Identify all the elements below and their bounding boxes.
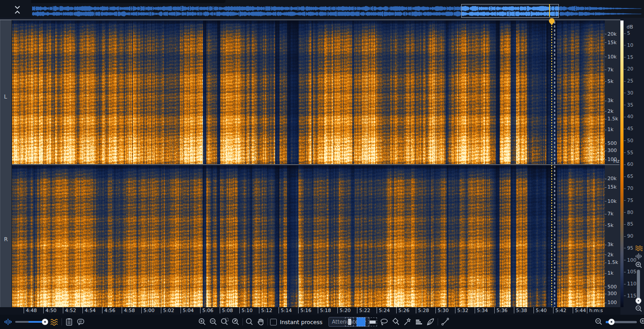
instant-process-label[interactable]: Instant process — [280, 319, 323, 325]
channel-label-right: R — [4, 236, 8, 243]
time-tick-label: 5:18 — [318, 307, 331, 313]
zoom-in-icon[interactable] — [198, 317, 207, 326]
waveform-spectrogram-blend-slider[interactable] — [15, 319, 47, 325]
chevron-up-icon[interactable] — [14, 10, 21, 14]
spectrogram-view-icon[interactable] — [635, 245, 643, 252]
freq-tick-label: 300 — [605, 291, 620, 296]
db-tick-label: 45 — [624, 126, 633, 132]
time-frequency-selection-tool[interactable] — [357, 317, 365, 326]
hand-grab-tool-icon[interactable] — [256, 317, 265, 326]
pane-border — [0, 20, 620, 20]
chevron-down-icon[interactable] — [14, 5, 21, 10]
time-tick-label: 4:56 — [102, 307, 115, 313]
time-tick-label: 5:22 — [357, 307, 370, 313]
history-list-icon[interactable] — [65, 317, 74, 326]
time-tick-label: 5:08 — [220, 307, 233, 313]
freq-tick-label: 10k — [605, 54, 620, 60]
instant-process-checkbox[interactable] — [270, 319, 277, 325]
db-tick-label: 95 — [624, 245, 633, 251]
vertical-zoom-out-icon[interactable] — [635, 304, 643, 312]
waveform-blend-icon — [4, 317, 12, 326]
db-tick-label: 25 — [624, 78, 633, 84]
db-unit-label: dB — [627, 24, 633, 30]
playhead-marker-icon[interactable] — [548, 18, 555, 26]
freq-tick-label: 15k — [605, 40, 620, 45]
spectrogram-right-channel[interactable] — [12, 165, 605, 307]
spectrogram-blend-icon — [50, 317, 59, 326]
amplitude-colorbar — [620, 21, 623, 307]
freq-tick-label: 10k — [605, 198, 620, 204]
spectrogram-left-channel[interactable] — [12, 21, 605, 164]
time-tick-label: 5:20 — [337, 307, 351, 313]
brush-tool-icon[interactable] — [391, 317, 400, 326]
vertical-zoom-in-icon[interactable] — [635, 261, 643, 268]
zoom-tool-icon[interactable] — [245, 317, 254, 326]
zoom-fit-icon[interactable] — [231, 317, 240, 326]
playhead-line — [551, 21, 552, 307]
separator — [267, 318, 268, 325]
time-tick-label: 5:36 — [494, 307, 508, 313]
time-selection-tool[interactable] — [345, 317, 354, 326]
horizontal-zoom-out-icon[interactable] — [595, 317, 603, 326]
lasso-tool-icon[interactable] — [380, 317, 389, 326]
zoom-out-icon[interactable] — [209, 317, 218, 326]
db-tick-label: 75 — [624, 197, 633, 203]
horizontal-zoom-slider[interactable] — [606, 319, 637, 325]
freq-tick-label: 1.5k — [605, 259, 620, 265]
overview-visible-region-box[interactable] — [461, 4, 559, 18]
curve-node-tool-icon[interactable] — [441, 317, 450, 326]
time-tick-label: 5:30 — [435, 307, 449, 313]
db-tick-label: 85 — [624, 221, 633, 227]
db-tick-label: 70 — [624, 185, 633, 191]
time-tick-label: 5:10 — [239, 307, 253, 313]
zoom-to-selection-icon[interactable] — [220, 317, 229, 326]
freq-tick-label: 300 — [605, 148, 620, 153]
comments-icon[interactable] — [76, 317, 85, 326]
freq-tick-label: 1k — [605, 270, 620, 276]
time-tick-label: 5:34 — [475, 307, 488, 313]
spectrogram-pane: L R 20k15k10k7k5k3k2k1.5k1k500300100 20k… — [0, 18, 644, 315]
freq-tick-label: 15k — [605, 184, 620, 190]
db-tick-label: 90 — [624, 233, 633, 239]
time-tick-label: 4:58 — [122, 307, 135, 313]
separator — [242, 318, 243, 325]
time-tick-label: 5:44 — [573, 307, 586, 313]
time-axis: h:m:s 4:484:504:524:544:564:585:005:025:… — [0, 307, 620, 315]
time-tick-label: 5:06 — [200, 307, 213, 313]
overview-strip[interactable] — [0, 0, 644, 18]
freq-tick-label: 500 — [605, 284, 620, 290]
time-tick-label: 5:28 — [416, 307, 429, 313]
right-zoom-controls — [634, 18, 644, 315]
freq-tick-label: 100 — [605, 300, 620, 305]
blend-slider-knob[interactable] — [42, 319, 48, 325]
frequency-selection-tool[interactable] — [368, 317, 377, 326]
time-tick-label: 5:26 — [396, 307, 410, 313]
freq-tick-label: 7k — [605, 67, 620, 73]
time-tick-label: 5:16 — [298, 307, 312, 313]
freq-tick-label: 20k — [605, 31, 620, 37]
horizontal-zoom-slider-knob[interactable] — [608, 319, 615, 325]
db-tick-label: 30 — [624, 90, 633, 96]
horizontal-zoom-in-icon[interactable] — [639, 317, 644, 326]
time-tick-label: 5:14 — [279, 307, 292, 313]
time-tick-label: 5:40 — [533, 307, 547, 313]
time-tick-label: 5:38 — [514, 307, 527, 313]
db-tick-label: 60 — [624, 161, 633, 167]
freq-tick-label: 5k — [605, 78, 620, 84]
feather-tool-icon[interactable] — [426, 317, 435, 326]
db-tick-label: 80 — [624, 210, 633, 215]
waveform-view-icon[interactable] — [635, 253, 643, 260]
frequency-unit-label: Hz — [605, 158, 619, 165]
vertical-zoom-slider-knob[interactable] — [636, 298, 641, 304]
freq-tick-label: 500 — [605, 140, 620, 146]
db-tick-label: 40 — [624, 114, 633, 119]
selection-edge-line — [554, 21, 555, 307]
db-tick-label: 65 — [624, 173, 633, 179]
magic-wand-tool-icon[interactable] — [403, 317, 412, 326]
time-tick-label: 5:00 — [141, 307, 155, 313]
channel-gutter: L R — [0, 20, 12, 307]
harmonics-selection-tool-icon[interactable] — [414, 317, 423, 326]
freq-tick-label: 1.5k — [605, 116, 620, 122]
freq-tick-label: 2k — [605, 108, 620, 114]
time-tick-label: 4:48 — [24, 307, 37, 313]
